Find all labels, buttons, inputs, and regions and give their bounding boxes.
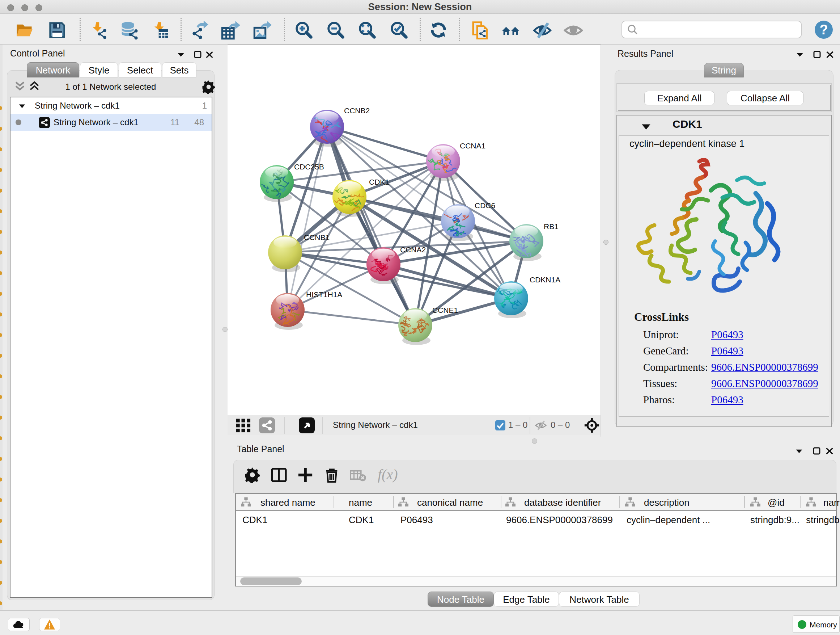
svg-text:CCNB1: CCNB1 — [304, 233, 330, 241]
svg-text:CCNA1: CCNA1 — [460, 141, 485, 150]
svg-text:CDC6: CDC6 — [475, 201, 495, 210]
svg-text:CCNB2: CCNB2 — [344, 106, 370, 115]
svg-text:CDKN1A: CDKN1A — [530, 276, 561, 284]
svg-text:RB1: RB1 — [544, 222, 559, 231]
svg-text:CDK1: CDK1 — [369, 178, 389, 186]
svg-text:CCNE1: CCNE1 — [432, 306, 458, 314]
svg-text:CCNA2: CCNA2 — [400, 245, 426, 254]
svg-text:CDC25B: CDC25B — [294, 163, 324, 171]
svg-text:HIST1H1A: HIST1H1A — [306, 290, 342, 299]
